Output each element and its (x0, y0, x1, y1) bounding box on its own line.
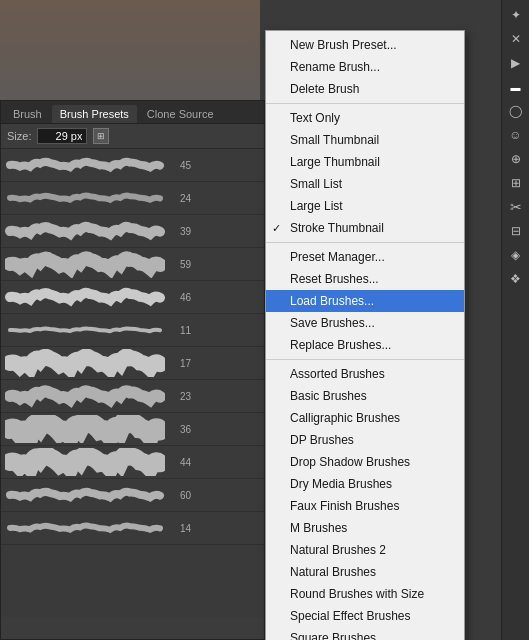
brush-preview (5, 481, 165, 509)
brush-item[interactable]: 36 (1, 413, 264, 446)
size-adjust-icon[interactable]: ⊞ (93, 128, 109, 144)
tab-clone-source[interactable]: Clone Source (139, 105, 222, 123)
menu-dry-media-brushes[interactable]: Dry Media Brushes (266, 473, 464, 495)
brush-size-row: Size: ⊞ (1, 124, 264, 149)
menu-rename-brush[interactable]: Rename Brush... (266, 56, 464, 78)
tool-add[interactable]: ⊕ (505, 148, 527, 170)
menu-dp-brushes[interactable]: DP Brushes (266, 429, 464, 451)
right-toolbar: ✦ ✕ ▶ ▬ ◯ ☺ ⊕ ⊞ ✂ ⊟ ◈ ❖ (501, 0, 529, 640)
menu-small-thumbnail[interactable]: Small Thumbnail (266, 129, 464, 151)
brush-preview (5, 316, 165, 344)
tool-grid[interactable]: ⊞ (505, 172, 527, 194)
tool-layers[interactable]: ❖ (505, 268, 527, 290)
brush-item[interactable]: 14 (1, 512, 264, 545)
menu-small-list[interactable]: Small List (266, 173, 464, 195)
brush-item[interactable]: 60 (1, 479, 264, 512)
tool-select[interactable]: ✕ (505, 28, 527, 50)
menu-round-brushes[interactable]: Round Brushes with Size (266, 583, 464, 605)
menu-assorted-brushes[interactable]: Assorted Brushes (266, 363, 464, 385)
brush-number: 23 (171, 391, 191, 402)
tool-minus[interactable]: ⊟ (505, 220, 527, 242)
brush-preview (5, 184, 165, 212)
tool-face[interactable]: ☺ (505, 124, 527, 146)
brush-number: 14 (171, 523, 191, 534)
brush-item[interactable]: 24 (1, 182, 264, 215)
brush-number: 60 (171, 490, 191, 501)
tool-diamond[interactable]: ◈ (505, 244, 527, 266)
tool-circle[interactable]: ◯ (505, 100, 527, 122)
brush-item[interactable]: 45 (1, 149, 264, 182)
tool-move[interactable]: ✦ (505, 4, 527, 26)
tool-fill[interactable]: ▬ (505, 76, 527, 98)
menu-square-brushes[interactable]: Square Brushes (266, 627, 464, 640)
menu-load-brushes[interactable]: Load Brushes... (266, 290, 464, 312)
tab-brush-presets[interactable]: Brush Presets (52, 105, 137, 123)
menu-save-brushes[interactable]: Save Brushes... (266, 312, 464, 334)
tool-scissors[interactable]: ✂ (505, 196, 527, 218)
menu-new-brush[interactable]: New Brush Preset... (266, 34, 464, 56)
brush-number: 11 (171, 325, 191, 336)
brush-number: 36 (171, 424, 191, 435)
menu-natural-brushes[interactable]: Natural Brushes (266, 561, 464, 583)
separator-2 (266, 242, 464, 243)
brush-number: 17 (171, 358, 191, 369)
menu-faux-finish-brushes[interactable]: Faux Finish Brushes (266, 495, 464, 517)
brush-preview (5, 382, 165, 410)
brush-item[interactable]: 39 (1, 215, 264, 248)
size-label: Size: (7, 130, 31, 142)
brush-item[interactable]: 11 (1, 314, 264, 347)
separator-3 (266, 359, 464, 360)
menu-delete-brush[interactable]: Delete Brush (266, 78, 464, 100)
brush-item[interactable]: 44 (1, 446, 264, 479)
brush-preview (5, 283, 165, 311)
menu-reset-brushes[interactable]: Reset Brushes... (266, 268, 464, 290)
brush-number: 24 (171, 193, 191, 204)
menu-replace-brushes[interactable]: Replace Brushes... (266, 334, 464, 356)
menu-large-thumbnail[interactable]: Large Thumbnail (266, 151, 464, 173)
brush-panel: Brush Brush Presets Clone Source Size: ⊞… (0, 100, 265, 640)
brush-number: 44 (171, 457, 191, 468)
brush-number: 39 (171, 226, 191, 237)
menu-calligraphic-brushes[interactable]: Calligraphic Brushes (266, 407, 464, 429)
brush-preview (5, 415, 165, 443)
tab-brush[interactable]: Brush (5, 105, 50, 123)
brush-number: 59 (171, 259, 191, 270)
brush-number: 45 (171, 160, 191, 171)
brush-preview (5, 151, 165, 179)
brush-item[interactable]: 46 (1, 281, 264, 314)
menu-special-effect-brushes[interactable]: Special Effect Brushes (266, 605, 464, 627)
brush-list[interactable]: 452439594611172336446014 (1, 149, 264, 617)
brush-preview (5, 349, 165, 377)
brush-item[interactable]: 23 (1, 380, 264, 413)
tool-play[interactable]: ▶ (505, 52, 527, 74)
brush-item[interactable]: 59 (1, 248, 264, 281)
separator-1 (266, 103, 464, 104)
menu-drop-shadow-brushes[interactable]: Drop Shadow Brushes (266, 451, 464, 473)
menu-large-list[interactable]: Large List (266, 195, 464, 217)
brush-preview (5, 217, 165, 245)
brush-preview (5, 514, 165, 542)
context-menu: New Brush Preset... Rename Brush... Dele… (265, 30, 465, 640)
menu-basic-brushes[interactable]: Basic Brushes (266, 385, 464, 407)
menu-natural-brushes-2[interactable]: Natural Brushes 2 (266, 539, 464, 561)
menu-preset-manager[interactable]: Preset Manager... (266, 246, 464, 268)
brush-preview (5, 250, 165, 278)
brush-item[interactable]: 17 (1, 347, 264, 380)
menu-stroke-thumbnail[interactable]: ✓ Stroke Thumbnail (266, 217, 464, 239)
menu-text-only[interactable]: Text Only (266, 107, 464, 129)
size-input[interactable] (37, 128, 87, 144)
checkmark-icon: ✓ (272, 222, 281, 235)
brush-preview (5, 448, 165, 476)
panel-tabs: Brush Brush Presets Clone Source (1, 101, 264, 124)
menu-m-brushes[interactable]: M Brushes (266, 517, 464, 539)
brush-number: 46 (171, 292, 191, 303)
